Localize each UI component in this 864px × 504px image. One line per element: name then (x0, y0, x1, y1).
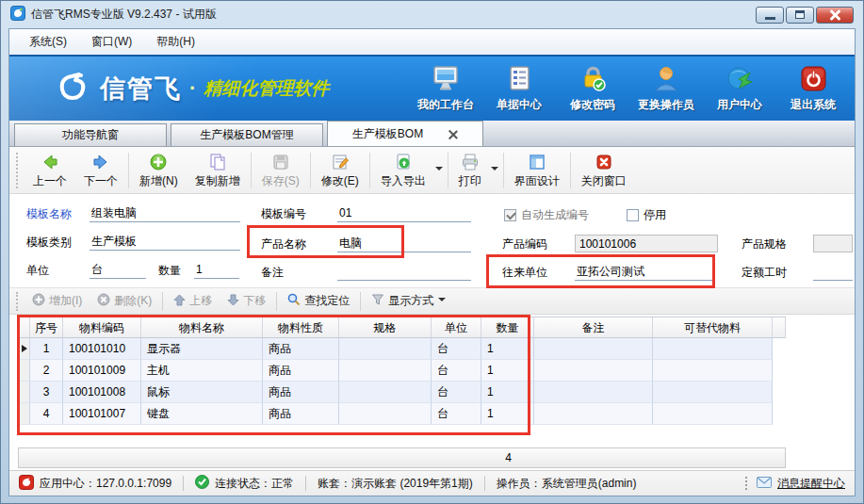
title-bar: 信管飞RMS专业版 V9.2.437 - 试用版 (8, 1, 856, 28)
qty-field[interactable]: 1 (194, 262, 239, 279)
print-button[interactable]: 打印 (450, 150, 490, 191)
modify-button[interactable]: 修改(E) (313, 150, 367, 191)
menu-bar: 系统(S) 窗口(W) 帮助(H) (9, 29, 855, 55)
checkbox-checked-icon (504, 209, 516, 221)
filter-icon (371, 293, 384, 309)
template-name-field[interactable]: 组装电脑 (90, 205, 240, 222)
bom-grid: 序号 物料编码 物料名称 物料性质 规格 单位 数量 备注 可替代物料 1 10… (9, 315, 855, 470)
import-export-dropdown-icon[interactable] (435, 167, 443, 174)
table-summary-bar: 4 (18, 447, 786, 468)
tab-close-icon[interactable] (448, 129, 458, 139)
header-qty[interactable]: 数量 (481, 317, 534, 338)
table-row[interactable]: 2 100101009 主机 商品 台 1 (18, 360, 786, 382)
brand-name: 信管飞 (100, 72, 182, 106)
table-row[interactable]: 1 100101010 显示器 商品 台 1 (18, 338, 786, 360)
header-name[interactable]: 物料名称 (141, 317, 263, 338)
main-toolbar: 上一个 下一个 新增(N) 复制新增 保存(S) (9, 147, 855, 194)
document-center-button[interactable]: 单据中心 (485, 63, 553, 115)
menu-window[interactable]: 窗口(W) (79, 29, 144, 55)
grid-delete-button[interactable]: 删除(K) (90, 293, 159, 309)
bom-form: 模板名称 组装电脑 模板编号 01 自动生成编号 停用 模板类别 生产模板 产品… (9, 194, 855, 287)
header-nature[interactable]: 物料性质 (263, 317, 339, 338)
print-dropdown-icon[interactable] (491, 167, 498, 174)
partner-field[interactable]: 亚拓公司测试 (575, 264, 712, 281)
template-no-field[interactable]: 01 (337, 205, 471, 222)
header-alt[interactable]: 可替代物料 (653, 317, 773, 338)
header-spec[interactable]: 规格 (339, 317, 432, 338)
product-spec-label: 产品规格 (742, 236, 787, 252)
auto-number-checkbox[interactable]: 自动生成编号 (504, 206, 589, 223)
arrow-up-icon (173, 294, 186, 309)
message-center-link[interactable]: 消息提醒中心 (757, 476, 845, 492)
add-circle-icon (32, 293, 45, 309)
window-title: 信管飞RMS专业版 V9.2.437 - 试用版 (31, 7, 756, 23)
template-no-label: 模板编号 (261, 205, 306, 222)
tab-function-nav[interactable]: 功能导航窗 (14, 123, 167, 146)
tab-bom-active[interactable]: 生产模板BOM (327, 121, 483, 146)
connection-status: 连接状态：正常 (195, 475, 294, 492)
product-name-label: 产品名称 (261, 236, 306, 252)
quota-hours-field[interactable] (813, 264, 853, 281)
close-button[interactable] (816, 7, 854, 24)
header-remark[interactable]: 备注 (534, 317, 653, 338)
previous-button[interactable]: 上一个 (24, 150, 75, 191)
change-password-button[interactable]: 修改密码 (559, 63, 627, 115)
table-header-row: 序号 物料编码 物料名称 物料性质 规格 单位 数量 备注 可替代物料 (18, 317, 786, 338)
app-center-status: 应用中心：127.0.0.1:7099 (19, 475, 171, 493)
user-center-button[interactable]: 用户中心 (706, 63, 774, 115)
close-icon (829, 9, 840, 21)
grid-move-down-button[interactable]: 下移 (220, 293, 273, 309)
grid-view-mode-button[interactable]: 显示方式 (364, 293, 456, 309)
brand-logo: 信管飞 · 精细化管理软件 (55, 69, 329, 108)
view-mode-dropdown-icon (438, 298, 446, 305)
add-icon (149, 153, 168, 171)
brand-separator: · (189, 76, 196, 101)
operator-status: 操作员：系统管理员(admin) (497, 476, 637, 492)
arrow-right-icon (91, 153, 110, 171)
globe-icon (725, 65, 754, 96)
grid-find-button[interactable]: 查找定位 (280, 293, 357, 309)
delete-circle-icon (97, 293, 110, 309)
product-name-field[interactable]: 电脑 (337, 236, 471, 252)
header-unit[interactable]: 单位 (432, 317, 481, 338)
product-spec-field[interactable] (813, 235, 853, 252)
save-button[interactable]: 保存(S) (253, 150, 308, 191)
close-window-button[interactable]: 关闭窗口 (573, 150, 635, 191)
maximize-button[interactable] (786, 7, 814, 24)
header-seq[interactable]: 序号 (30, 317, 63, 338)
remark-field[interactable] (337, 264, 471, 281)
exit-system-button[interactable]: 退出系统 (779, 63, 847, 115)
documents-icon (505, 65, 533, 96)
lock-icon (579, 65, 607, 96)
print-icon (461, 153, 480, 171)
minimize-button[interactable] (756, 7, 784, 24)
grid-toolbar: 增加(I) 删除(K) 上移 下移 查找定位 显 (9, 287, 855, 315)
status-logo-icon (19, 475, 34, 493)
toolbar-grip (16, 153, 18, 188)
grid-move-up-button[interactable]: 上移 (166, 293, 220, 309)
copy-icon (208, 153, 227, 171)
total-qty: 4 (482, 448, 534, 467)
template-type-field[interactable]: 生产模板 (90, 234, 240, 251)
ui-design-button[interactable]: 界面设计 (506, 150, 568, 191)
copy-new-button[interactable]: 复制新增 (187, 150, 249, 191)
next-button[interactable]: 下一个 (75, 150, 126, 191)
table-row[interactable]: 4 100101007 键盘 商品 台 1 (18, 403, 786, 425)
product-code-label: 产品编码 (502, 236, 547, 252)
operator-icon (652, 65, 680, 96)
remark-label: 备注 (261, 264, 284, 281)
unit-field[interactable]: 台 (90, 262, 146, 279)
stop-use-checkbox[interactable]: 停用 (627, 206, 666, 223)
product-code-field[interactable]: 100101006 (575, 235, 718, 252)
import-export-button[interactable]: 导入导出 (372, 150, 434, 191)
grid-add-button[interactable]: 增加(I) (24, 293, 90, 309)
table-row[interactable]: 3 100101008 鼠标 商品 台 1 (18, 382, 786, 403)
menu-help[interactable]: 帮助(H) (144, 29, 207, 55)
arrow-down-icon (227, 294, 239, 309)
switch-operator-button[interactable]: 更换操作员 (632, 63, 700, 115)
menu-system[interactable]: 系统(S) (17, 29, 79, 55)
add-new-button[interactable]: 新增(N) (131, 150, 187, 191)
header-code[interactable]: 物料编码 (63, 317, 141, 338)
tab-bom-management[interactable]: 生产模板BOM管理 (171, 123, 323, 146)
workbench-button[interactable]: 我的工作台 (412, 63, 480, 115)
